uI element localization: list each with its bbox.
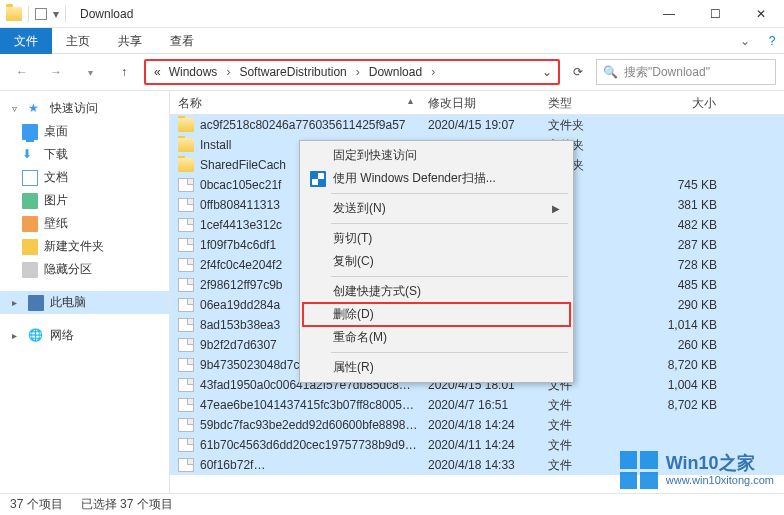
menu-properties[interactable]: 属性(R) [303,356,570,379]
crumb-windows[interactable]: Windows [167,65,220,79]
help-icon[interactable]: ? [760,34,784,48]
tab-file[interactable]: 文件 [0,28,52,54]
file-name: 06ea19dd284a [200,298,280,312]
close-button[interactable]: ✕ [738,0,784,28]
folder-icon [178,158,194,172]
file-size [635,143,725,147]
file-icon [178,398,194,412]
menu-copy[interactable]: 复制(C) [303,250,570,273]
menu-separator [331,276,568,277]
menu-separator [331,193,568,194]
file-icon [178,218,194,232]
tab-home[interactable]: 主页 [52,28,104,54]
sidebar-this-pc[interactable]: ▸ 此电脑 [0,291,169,314]
chevron-right-icon[interactable]: › [353,65,363,79]
menu-send-to[interactable]: 发送到(N)▶ [303,197,570,220]
file-icon [178,258,194,272]
file-type: 文件 [540,395,635,416]
col-size[interactable]: 大小 [635,91,725,114]
minimize-button[interactable]: — [646,0,692,28]
menu-separator [331,223,568,224]
file-icon [178,358,194,372]
address-row: ← → ▾ ↑ « Windows › SoftwareDistribution… [0,54,784,90]
table-row[interactable]: 59bdc7fac93be2edd92d60600bfe8898…2020/4/… [170,415,784,435]
qat-checkbox[interactable] [35,8,47,20]
status-bar: 37 个项目 已选择 37 个项目 [0,493,784,515]
refresh-button[interactable]: ⟳ [566,60,590,84]
chevron-right-icon[interactable]: › [223,65,233,79]
menu-delete[interactable]: 删除(D) [303,303,570,326]
file-name: Install [200,138,231,152]
menu-cut[interactable]: 剪切(T) [303,227,570,250]
windows-logo-icon [620,451,658,489]
file-size: 1,004 KB [635,376,725,394]
file-name: 61b70c4563d6dd20cec19757738b9d9… [200,438,417,452]
watermark-url: www.win10xitong.com [666,474,774,486]
file-size: 8,720 KB [635,356,725,374]
sidebar-network[interactable]: ▸🌐 网络 [0,324,169,347]
col-type[interactable]: 类型 [540,91,635,114]
file-name: ac9f2518c80246a776035611425f9a57 [200,118,406,132]
file-date: 2020/4/18 14:33 [420,456,540,474]
file-size [635,163,725,167]
file-name: 1cef4413e312c [200,218,282,232]
ribbon-expand-icon[interactable]: ⌄ [730,34,760,48]
back-button[interactable]: ← [8,58,36,86]
address-bar[interactable]: « Windows › SoftwareDistribution › Downl… [144,59,560,85]
file-icon [178,438,194,452]
shield-icon [310,171,326,187]
file-size: 260 KB [635,336,725,354]
address-dropdown-icon[interactable]: ⌄ [542,65,552,79]
chevron-right-icon[interactable]: › [428,65,438,79]
qat-dropdown-icon[interactable]: ▾ [53,7,59,21]
forward-button[interactable]: → [42,58,70,86]
file-name: SharedFileCach [200,158,286,172]
col-name[interactable]: 名称▴ [170,91,420,114]
sidebar-item-pictures[interactable]: 图片 [0,189,169,212]
crumb-download[interactable]: Download [367,65,424,79]
file-icon [178,458,194,472]
file-date: 2020/4/7 16:51 [420,396,540,414]
ribbon: 文件 主页 共享 查看 ⌄ ? [0,28,784,54]
sidebar-item-downloads[interactable]: ⬇下载 [0,143,169,166]
sidebar-item-newfolder[interactable]: 新建文件夹 [0,235,169,258]
sidebar-item-wallpaper[interactable]: 壁纸 [0,212,169,235]
file-size: 287 KB [635,236,725,254]
crumb-prefix: « [152,65,163,79]
sidebar-quick-access[interactable]: ▿★ 快速访问 [0,97,169,120]
file-type: 文件 [540,415,635,436]
search-placeholder: 搜索"Download" [624,64,710,81]
menu-defender-scan[interactable]: 使用 Windows Defender扫描... [303,167,570,190]
menu-create-shortcut[interactable]: 创建快捷方式(S) [303,280,570,303]
file-name: 1f09f7b4c6df1 [200,238,276,252]
table-row[interactable]: 47eae6be1041437415fc3b07ff8c8005…2020/4/… [170,395,784,415]
file-name: 2f98612ff97c9b [200,278,283,292]
file-size: 1,014 KB [635,316,725,334]
watermark: Win10之家 www.win10xitong.com [620,451,774,489]
menu-separator [331,352,568,353]
file-size: 8,702 KB [635,396,725,414]
file-icon [178,238,194,252]
tab-share[interactable]: 共享 [104,28,156,54]
file-size: 482 KB [635,216,725,234]
file-size [635,123,725,127]
recent-dropdown[interactable]: ▾ [76,58,104,86]
maximize-button[interactable]: ☐ [692,0,738,28]
sidebar-item-hidden[interactable]: 隐藏分区 [0,258,169,281]
sidebar-item-desktop[interactable]: 桌面 [0,120,169,143]
crumb-softwaredistribution[interactable]: SoftwareDistribution [237,65,348,79]
sidebar-label: 快速访问 [50,100,98,117]
search-input[interactable]: 🔍 搜索"Download" [596,59,776,85]
file-size: 728 KB [635,256,725,274]
up-button[interactable]: ↑ [110,58,138,86]
menu-rename[interactable]: 重命名(M) [303,326,570,349]
file-name: 9b2f2d7d6307 [200,338,277,352]
table-row[interactable]: ac9f2518c80246a776035611425f9a572020/4/1… [170,115,784,135]
file-name: 59bdc7fac93be2edd92d60600bfe8898… [200,418,418,432]
menu-pin-quick-access[interactable]: 固定到快速访问 [303,144,570,167]
tab-view[interactable]: 查看 [156,28,208,54]
file-date: 2020/4/11 14:24 [420,436,540,454]
sidebar-item-documents[interactable]: 文档 [0,166,169,189]
col-date[interactable]: 修改日期 [420,91,540,114]
column-headers[interactable]: 名称▴ 修改日期 类型 大小 [170,91,784,115]
